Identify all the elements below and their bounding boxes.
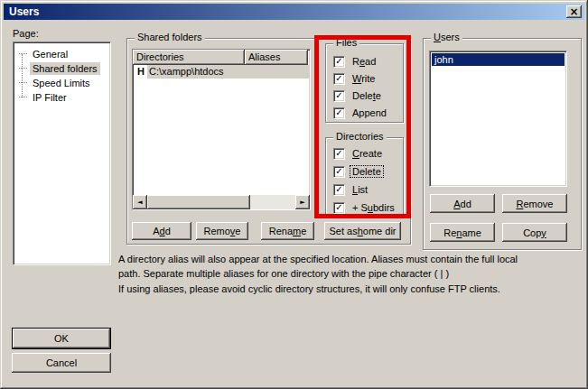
users-group-label: Users (431, 32, 462, 42)
user-list-item-selected[interactable]: john (432, 53, 565, 66)
tree-stub-icon (19, 53, 27, 54)
column-header-directories[interactable]: Directories (133, 50, 245, 65)
page-list[interactable]: General Shared folders Speed Limits IP F… (13, 42, 111, 265)
note-line: path. Separate multiple aliases for one … (118, 266, 518, 281)
page-item-label[interactable]: General (30, 48, 70, 60)
page-item-label[interactable]: IP Filter (30, 91, 70, 104)
shared-folders-group-label: Shared folders (135, 32, 205, 42)
user-remove-button[interactable]: Remove (502, 194, 567, 213)
button-label: Set as (330, 226, 358, 236)
button-label: Re (443, 227, 456, 238)
button-label: e (235, 226, 240, 236)
close-button[interactable]: × (566, 5, 582, 18)
cancel-button[interactable]: Cancel (12, 353, 111, 373)
folder-add-button[interactable]: Add (132, 222, 191, 240)
close-icon: × (569, 7, 578, 16)
page-item-label-selected[interactable]: Shared folders (30, 62, 100, 75)
button-label: Rena (269, 226, 293, 236)
directory-path: C:\xampp\htdocs (149, 66, 224, 77)
user-rename-button[interactable]: Rename (430, 223, 495, 242)
user-add-button[interactable]: Add (430, 194, 495, 213)
page-item-shared-folders[interactable]: Shared folders (19, 61, 100, 75)
ok-button[interactable]: OK (12, 328, 111, 349)
tree-stub-icon (19, 82, 27, 83)
button-label: Cop (523, 227, 541, 238)
tree-stub-icon (19, 68, 27, 69)
set-as-home-dir-button[interactable]: Set as home dir (324, 222, 401, 240)
button-label: Remo (204, 226, 230, 236)
users-dialog: Users × Page: General Shared folders Spe… (0, 0, 588, 389)
button-label: R (517, 199, 524, 209)
button-label: ome dir (363, 226, 397, 236)
column-header-aliases[interactable]: Aliases (245, 50, 308, 65)
page-item-speed-limits[interactable]: Speed Limits (19, 76, 93, 89)
window-title: Users (9, 5, 39, 18)
button-label: Cancel (46, 357, 77, 368)
scrollbar-thumb[interactable] (147, 195, 250, 209)
note-line: A directory alias will also appear at th… (118, 252, 518, 266)
button-label: ame (462, 227, 481, 238)
page-item-ip-filter[interactable]: IP Filter (19, 90, 70, 104)
alias-note-paragraph: A directory alias will also appear at th… (118, 252, 518, 281)
horizontal-scrollbar[interactable]: ◄ ► (133, 195, 310, 209)
annotation-rectangle (314, 35, 411, 218)
button-label: d (165, 226, 171, 236)
page-item-label[interactable]: Speed Limits (30, 77, 93, 89)
button-label: y (541, 227, 546, 238)
button-label: OK (54, 333, 69, 344)
page-label: Page: (13, 28, 39, 39)
folder-remove-button[interactable]: Remove (196, 222, 248, 240)
button-label: emove (523, 199, 553, 209)
shared-folder-row[interactable]: H C:\xampp\htdocs (133, 65, 310, 79)
users-list[interactable]: john (429, 51, 567, 187)
folder-rename-button[interactable]: Rename (261, 222, 314, 240)
button-label: A (153, 226, 159, 236)
button-label: e (301, 226, 306, 236)
page-item-general[interactable]: General (19, 47, 70, 60)
tree-stub-icon (19, 97, 27, 97)
cyclic-note-paragraph: If using aliases, please avoid cyclic di… (118, 282, 500, 296)
scroll-left-button[interactable]: ◄ (133, 195, 147, 209)
title-bar[interactable]: Users (4, 4, 584, 20)
user-copy-button[interactable]: Copy (502, 223, 567, 242)
scroll-left-icon: ◄ (137, 199, 142, 206)
button-label: m (293, 226, 301, 236)
button-label: dd (461, 199, 471, 209)
scroll-right-icon: ► (300, 199, 304, 206)
scroll-right-button[interactable]: ► (295, 195, 310, 209)
home-marker: H (137, 66, 145, 77)
note-line: If using aliases, please avoid cyclic di… (118, 282, 500, 296)
shared-folders-listview[interactable]: Directories Aliases H C:\xampp\htdocs ◄ … (132, 49, 311, 210)
button-label: A (453, 199, 460, 209)
